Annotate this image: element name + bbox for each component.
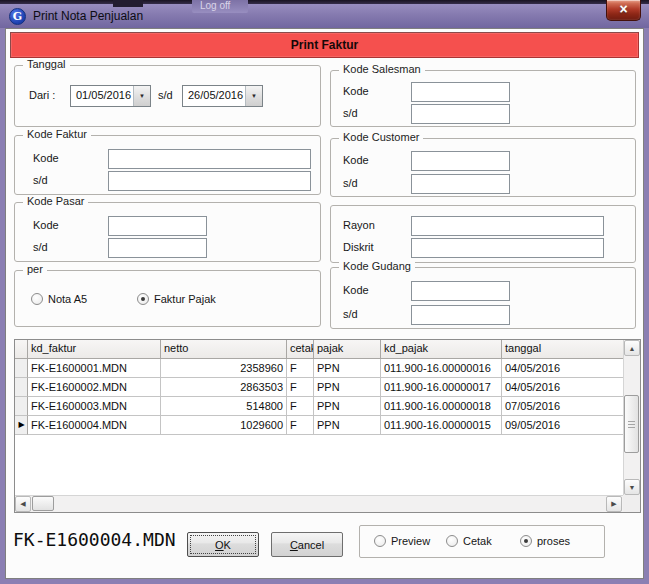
rayon-input[interactable] — [411, 216, 604, 236]
date-from-dropdown-button[interactable]: ▼ — [133, 86, 150, 106]
group-per: per Nota A5 Faktur Pajak — [14, 270, 321, 327]
radio-proses-label: proses — [537, 535, 570, 547]
pasar-kode-input[interactable] — [108, 216, 207, 236]
close-icon[interactable]: × — [606, 0, 641, 21]
group-kode-faktur-title: Kode Faktur — [23, 128, 91, 140]
group-kode-salesman-title: Kode Salesman — [339, 63, 425, 75]
cell-cetak: F — [287, 416, 314, 435]
gudang-sd-label: s/d — [343, 308, 358, 320]
app-logo-icon: G — [9, 8, 26, 25]
pasar-kode-label: Kode — [33, 219, 59, 231]
gudang-kode-label: Kode — [343, 284, 369, 296]
grid-header-kd-faktur[interactable]: kd_faktur — [28, 340, 161, 359]
faktur-sd-input[interactable] — [108, 171, 311, 191]
vertical-scrollbar[interactable]: ▲ ▼ — [623, 340, 640, 495]
radio-proses[interactable]: proses — [520, 535, 570, 547]
cell-cetak: F — [287, 397, 314, 416]
chevron-down-icon: ▼ — [251, 93, 257, 99]
active-row-marker-icon: ▶ — [18, 420, 24, 429]
radio-cetak[interactable]: Cetak — [446, 535, 492, 547]
scroll-left-icon[interactable]: ◀ — [15, 496, 31, 512]
horizontal-scrollbar-thumb[interactable] — [32, 496, 54, 511]
grid-header-pajak[interactable]: pajak — [314, 340, 381, 359]
salesman-kode-label: Kode — [343, 85, 369, 97]
banner-title: Print Faktur — [10, 32, 639, 58]
radio-nota-a5[interactable]: Nota A5 — [31, 293, 87, 305]
cell-kd-faktur: FK-E1600004.MDN — [28, 416, 161, 435]
cell-netto: 1029600 — [161, 416, 287, 435]
output-mode-group: Preview Cetak proses — [359, 525, 605, 558]
cell-pajak: PPN — [314, 359, 381, 378]
cell-kd-pajak: 011.900-16.00000017 — [381, 378, 502, 397]
table-row[interactable]: ▶ FK-E1600003.MDN 514800 F PPN 011.900-1… — [15, 397, 623, 416]
horizontal-scrollbar[interactable]: ◀ ▶ — [15, 495, 623, 512]
customer-kode-input[interactable] — [411, 151, 510, 171]
date-to-value: 26/05/2016 — [183, 86, 245, 106]
background-window-tab — [113, 0, 143, 7]
group-kode-faktur: Kode Faktur Kode s/d — [14, 135, 321, 195]
gudang-kode-input[interactable] — [411, 281, 510, 301]
table-row[interactable]: ▶ FK-E1600001.MDN 2358960 F PPN 011.900-… — [15, 359, 623, 378]
grid-header-cetak[interactable]: cetak — [287, 340, 314, 359]
radio-nota-a5-label: Nota A5 — [48, 293, 87, 305]
customer-sd-input[interactable] — [411, 174, 510, 194]
radio-preview-label: Preview — [391, 535, 430, 547]
scroll-up-icon[interactable]: ▲ — [624, 340, 640, 356]
background-logoff-button: Log off — [192, 0, 248, 13]
print-nota-penjualan-window: { "background_window": { "logoff_label":… — [0, 0, 649, 584]
radio-icon — [446, 535, 458, 547]
group-per-title: per — [23, 263, 47, 275]
table-row[interactable]: ▶ FK-E1600004.MDN 1029600 F PPN 011.900-… — [15, 416, 623, 435]
radio-preview[interactable]: Preview — [374, 535, 430, 547]
faktur-kode-input[interactable] — [108, 149, 311, 169]
ok-button[interactable]: OK — [187, 532, 259, 557]
window-title: Print Nota Penjualan — [33, 9, 143, 23]
cell-kd-faktur: FK-E1600002.MDN — [28, 378, 161, 397]
group-kode-salesman: Kode Salesman Kode s/d — [330, 70, 636, 127]
group-tanggal: Tanggal Dari : 01/05/2016 ▼ s/d 26/05/20… — [14, 65, 321, 127]
grid-header-netto[interactable]: netto — [161, 340, 287, 359]
vertical-scrollbar-thumb[interactable] — [624, 395, 639, 453]
pasar-sd-input[interactable] — [108, 238, 207, 258]
cell-netto: 2358960 — [161, 359, 287, 378]
date-to-combo[interactable]: 26/05/2016 ▼ — [182, 85, 263, 107]
scroll-right-icon[interactable]: ▶ — [606, 496, 622, 512]
titlebar[interactable]: G Print Nota Penjualan — [0, 4, 649, 28]
cell-tanggal: 07/05/2016 — [502, 397, 623, 416]
date-from-combo[interactable]: 01/05/2016 ▼ — [70, 85, 151, 107]
cancel-button-label: ancel — [298, 539, 324, 551]
cell-tanggal: 09/05/2016 — [502, 416, 623, 435]
cancel-button[interactable]: Cancel — [271, 532, 343, 557]
scroll-down-icon[interactable]: ▼ — [624, 479, 640, 495]
group-kode-gudang: Kode Gudang Kode s/d — [330, 267, 636, 329]
grid-header-gutter — [15, 340, 28, 359]
cell-kd-faktur: FK-E1600003.MDN — [28, 397, 161, 416]
salesman-sd-input[interactable] — [411, 104, 510, 124]
customer-kode-label: Kode — [343, 154, 369, 166]
dialog-client-area: Print Faktur Tanggal Dari : 01/05/2016 ▼… — [5, 28, 644, 579]
date-to-dropdown-button[interactable]: ▼ — [245, 86, 262, 106]
table-row[interactable]: ▶ FK-E1600002.MDN 2863503 F PPN 011.900-… — [15, 378, 623, 397]
cell-kd-faktur: FK-E1600001.MDN — [28, 359, 161, 378]
grid-header-tanggal[interactable]: tanggal — [502, 340, 623, 359]
cell-netto: 2863503 — [161, 378, 287, 397]
grid-header-kd-pajak[interactable]: kd_pajak — [381, 340, 502, 359]
salesman-kode-input[interactable] — [411, 82, 510, 102]
gudang-sd-input[interactable] — [411, 305, 510, 325]
sd-separator-label: s/d — [158, 89, 173, 101]
radio-icon — [31, 293, 43, 305]
group-kode-pasar-title: Kode Pasar — [23, 195, 88, 207]
grid-table: kd_faktur netto cetak pajak kd_pajak tan… — [15, 340, 623, 495]
rayon-label: Rayon — [343, 219, 375, 231]
radio-faktur-pajak[interactable]: Faktur Pajak — [137, 293, 216, 305]
group-kode-customer-title: Kode Customer — [339, 131, 423, 143]
row-indicator-cell: ▶ — [15, 416, 28, 435]
diskrit-input[interactable] — [411, 238, 604, 258]
faktur-sd-label: s/d — [33, 174, 48, 186]
radio-icon — [374, 535, 386, 547]
radio-faktur-pajak-label: Faktur Pajak — [154, 293, 216, 305]
radio-icon — [137, 293, 149, 305]
group-kode-customer: Kode Customer Kode s/d — [330, 138, 636, 197]
cell-pajak: PPN — [314, 416, 381, 435]
radio-cetak-label: Cetak — [463, 535, 492, 547]
